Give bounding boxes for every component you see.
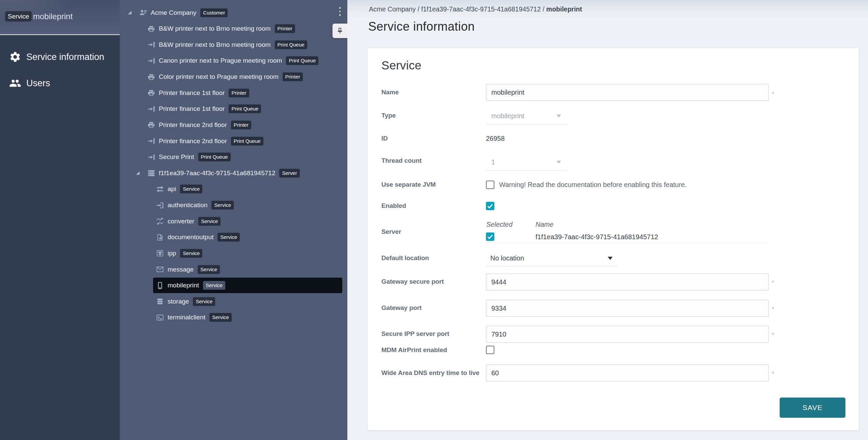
enabled-checkbox[interactable]	[486, 202, 494, 210]
location-select[interactable]: No location	[486, 250, 617, 266]
tree-node-service-documentoutput[interactable]: documentoutput Service	[120, 229, 347, 245]
enabled-label: Enabled	[381, 202, 406, 210]
required-marker: *	[772, 90, 774, 98]
tree-node-type-badge: Service	[180, 249, 202, 258]
server-checkbox[interactable]	[486, 232, 494, 241]
chevron-down-icon	[556, 115, 561, 118]
secure-ipp-port-label: Secure IPP server port	[381, 330, 449, 338]
tree-node-service-authentication[interactable]: authentication Service	[120, 197, 347, 213]
printer-icon	[147, 89, 159, 97]
tree-node-print-queue[interactable]: Canon printer next to Prague meeting roo…	[120, 53, 347, 69]
tree-node-type-badge: Print Queue	[198, 153, 231, 161]
tree-node-print-queue[interactable]: B&W printer next to Brno meeting room Pr…	[120, 37, 347, 53]
tree-node-printer[interactable]: Color printer next to Prague meeting roo…	[120, 69, 347, 85]
breadcrumb-current: mobileprint	[546, 5, 582, 13]
tree-node-type-badge: Print Queue	[275, 40, 307, 49]
server-col-selected: Selected	[486, 221, 513, 228]
tree-node-server[interactable]: f1f1ea39-7aac-4f3c-9715-41a681945712 Ser…	[120, 165, 347, 181]
tree-node-type-badge: Service	[211, 201, 234, 210]
storage-icon	[156, 297, 168, 305]
server-label: Server	[381, 228, 401, 235]
tree-node-service-storage[interactable]: storage Service	[120, 293, 347, 310]
name-label: Name	[381, 89, 399, 96]
thread-count-select[interactable]: 1	[486, 154, 567, 170]
content: Acme Company / f1f1ea39-7aac-4f3c-9715-4…	[347, 0, 868, 440]
chevron-down-icon	[556, 161, 561, 164]
tree-node-service-converter[interactable]: converter Service	[120, 213, 347, 229]
tree-node-print-queue[interactable]: Printer finance 2nd floor Print Queue	[120, 133, 347, 149]
tree-node-type-badge: Printer	[283, 72, 303, 81]
tree-node-label: Printer finance 2nd floor	[159, 137, 227, 145]
tree-node-type-badge: Print Queue	[229, 104, 261, 113]
thread-count-select-value: 1	[491, 158, 495, 166]
tree-node-label: B&W printer next to Brno meeting room	[159, 41, 271, 49]
tree-node-label: Canon printer next to Prague meeting roo…	[159, 57, 282, 64]
tree-node-type-badge: Service	[203, 281, 225, 290]
sidebar-item-users[interactable]: Users	[0, 70, 120, 96]
thread-count-label: Thread count	[381, 157, 422, 164]
tree-node-print-queue[interactable]: Secure Print Print Queue	[120, 149, 347, 165]
tree-node-print-queue[interactable]: Printer finance 1st floor Print Queue	[120, 101, 347, 117]
printer-icon	[147, 121, 159, 129]
tree-panel: Acme Company Customer B&W printer next t…	[120, 0, 347, 440]
sidebar-item-service-information[interactable]: Service information	[0, 44, 120, 70]
type-select[interactable]: mobileprint	[486, 107, 567, 124]
tree-node-type-badge: Server	[279, 169, 299, 178]
tree-node-type-badge: Service	[193, 297, 215, 306]
tree-node-type-badge: Customer	[200, 8, 228, 17]
expander-icon[interactable]	[136, 171, 147, 175]
sidebar-item-label: Users	[26, 78, 50, 89]
tree-node-label: terminalclient	[168, 314, 205, 321]
chevron-down-icon	[608, 257, 613, 260]
gateway-secure-port-input[interactable]	[486, 274, 769, 290]
pin-icon	[336, 27, 344, 35]
tree-node-service-terminalclient[interactable]: terminalclient Service	[120, 310, 347, 326]
tree-node-customer[interactable]: Acme Company Customer	[120, 5, 347, 21]
print-queue-icon	[147, 105, 159, 113]
gateway-port-input[interactable]	[486, 300, 769, 317]
tree-node-service-ipp[interactable]: ipp Service	[120, 245, 347, 261]
tree-node-type-badge: Printer	[229, 89, 249, 97]
jvm-checkbox[interactable]	[486, 181, 494, 189]
breadcrumb-customer[interactable]: Acme Company	[369, 5, 416, 13]
breadcrumb-server[interactable]: f1f1ea39-7aac-4f3c-9715-41a681945712	[421, 5, 541, 13]
tree-node-service-api[interactable]: api Service	[120, 181, 347, 197]
name-input[interactable]	[486, 84, 769, 101]
documentoutput-icon	[156, 233, 168, 241]
pin-button[interactable]	[332, 24, 347, 38]
dns-ttl-label: Wide Area DNS entry time to live	[381, 369, 480, 377]
tree-node-label: api	[168, 185, 176, 193]
tree-node-label: Secure Print	[159, 153, 194, 161]
sidebar-item-label: Service information	[26, 52, 104, 62]
tree-node-printer[interactable]: B&W printer next to Brno meeting room Pr…	[120, 21, 347, 37]
mdm-checkbox[interactable]	[486, 346, 494, 354]
tree: Acme Company Customer B&W printer next t…	[120, 5, 347, 326]
tree-node-printer[interactable]: Printer finance 1st floor Printer	[120, 85, 347, 101]
server-row-divider	[486, 243, 769, 243]
expander-icon[interactable]	[128, 11, 139, 14]
dns-ttl-input[interactable]	[486, 365, 769, 381]
tree-node-type-badge: Print Queue	[231, 137, 263, 146]
tree-node-label: Printer finance 1st floor	[159, 89, 225, 97]
mobileprint-icon	[156, 282, 168, 289]
tree-node-service-mobileprint[interactable]: mobileprint Service	[120, 277, 347, 293]
printer-icon	[147, 25, 159, 33]
gateway-secure-port-label: Gateway secure port	[381, 278, 444, 285]
print-queue-icon	[147, 57, 159, 65]
kebab-menu-icon[interactable]	[337, 7, 343, 16]
server-icon	[147, 169, 159, 177]
server-col-name: Name	[536, 221, 553, 228]
mdm-label: MDM AirPrint enabled	[381, 346, 447, 354]
tree-node-label: Acme Company	[151, 9, 196, 17]
required-marker: *	[772, 305, 774, 313]
secure-ipp-port-input[interactable]	[486, 326, 769, 343]
type-select-value: mobileprint	[491, 112, 524, 120]
save-button[interactable]: SAVE	[780, 398, 845, 418]
gateway-port-label: Gateway port	[381, 304, 422, 312]
breadcrumb-separator: /	[541, 5, 546, 13]
print-queue-icon	[147, 41, 159, 49]
sidebar-nav: Service information Users	[0, 44, 120, 96]
gear-icon	[9, 51, 21, 63]
tree-node-printer[interactable]: Printer finance 2nd floor Printer	[120, 117, 347, 133]
tree-node-service-message[interactable]: message Service	[120, 261, 347, 278]
